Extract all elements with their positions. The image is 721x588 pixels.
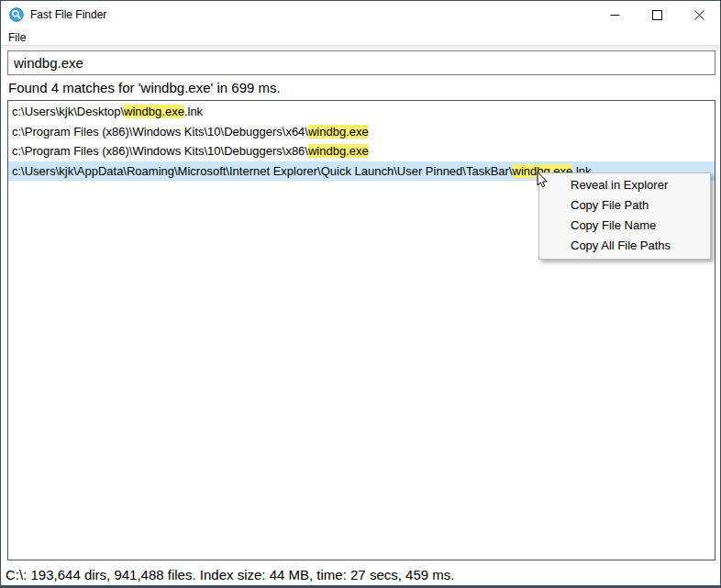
close-icon <box>694 10 704 20</box>
path-prefix: c:\Users\kjk\AppData\Roaming\Microsoft\I… <box>12 164 513 178</box>
window-title: Fast File Finder <box>30 8 106 21</box>
match-highlight: windbg.exe <box>308 144 369 158</box>
path-prefix: c:\Users\kjk\Desktop\ <box>12 105 124 118</box>
minimize-button[interactable] <box>593 1 636 28</box>
context-menu-item-copy-file-name[interactable]: Copy File Name <box>539 216 710 236</box>
context-menu: Reveal in Explorer Copy File Path Copy F… <box>538 172 711 260</box>
window-controls <box>593 1 720 28</box>
menu-item-file[interactable]: File <box>2 29 32 44</box>
close-button[interactable] <box>678 1 720 28</box>
path-suffix: .lnk <box>184 105 203 118</box>
search-input[interactable] <box>7 50 715 75</box>
app-window: Fast File Finder File Found 4 m <box>0 0 721 588</box>
status-bar: C:\: 193,644 dirs, 941,488 files. Index … <box>6 567 716 582</box>
path-prefix: c:\Program Files (x86)\Windows Kits\10\D… <box>12 125 308 139</box>
menu-bar: File <box>2 28 719 46</box>
context-menu-item-reveal-in-explorer[interactable]: Reveal in Explorer <box>539 175 710 195</box>
context-menu-item-copy-file-path[interactable]: Copy File Path <box>539 195 710 216</box>
match-highlight: windbg.exe <box>308 125 369 139</box>
result-row[interactable]: c:\Program Files (x86)\Windows Kits\10\D… <box>8 141 715 161</box>
result-row[interactable]: c:\Users\kjk\Desktop\windbg.exe.lnk <box>8 102 715 122</box>
minimize-icon <box>610 10 620 20</box>
magnifier-icon <box>9 7 24 22</box>
maximize-icon <box>652 10 662 20</box>
found-matches-text: Found 4 matches for 'windbg.exe' in 699 … <box>8 80 281 95</box>
title-bar: Fast File Finder <box>1 1 720 28</box>
context-menu-item-copy-all-file-paths[interactable]: Copy All File Paths <box>539 236 710 256</box>
path-prefix: c:\Program Files (x86)\Windows Kits\10\D… <box>12 144 308 158</box>
results-list[interactable]: c:\Users\kjk\Desktop\windbg.exe.lnk c:\P… <box>7 100 715 560</box>
maximize-button[interactable] <box>636 1 678 28</box>
match-highlight: windbg.exe <box>124 105 184 118</box>
result-row[interactable]: c:\Program Files (x86)\Windows Kits\10\D… <box>8 122 715 142</box>
